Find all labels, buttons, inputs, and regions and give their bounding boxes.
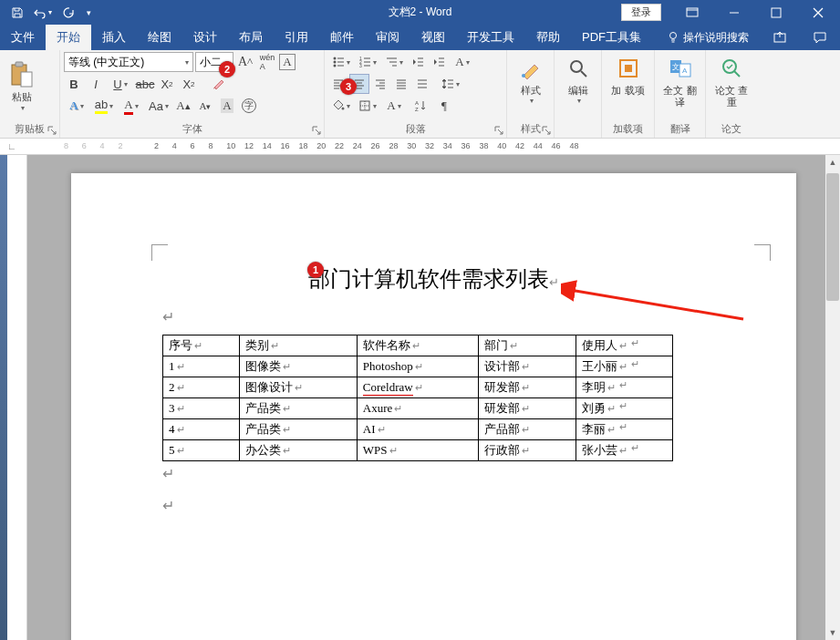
share-icon[interactable] xyxy=(760,25,800,50)
strikethrough-button[interactable]: abc xyxy=(135,74,155,94)
text-effects-icon[interactable]: A▾ xyxy=(64,96,89,116)
table-cell[interactable]: 设计部↵ xyxy=(479,356,576,377)
document-page[interactable]: 部门计算机软件需求列表↵ ↵ 序号↵类别↵软件名称↵部门↵使用人↵↵1↵图像类↵… xyxy=(71,173,796,640)
tab-developer[interactable]: 开发工具 xyxy=(456,25,525,50)
table-cell[interactable]: 行政部↵ xyxy=(479,440,576,461)
numbering-icon[interactable]: 123▾ xyxy=(355,52,380,72)
ribbon-display-icon[interactable] xyxy=(672,1,712,25)
tell-me-search[interactable]: 操作说明搜索 xyxy=(656,25,760,50)
table-header-cell[interactable]: 软件名称↵ xyxy=(357,335,478,356)
tab-pdf-tools[interactable]: PDF工具集 xyxy=(571,25,652,50)
dialog-launcher-icon[interactable] xyxy=(47,125,57,136)
tab-help[interactable]: 帮助 xyxy=(525,25,571,50)
table-cell[interactable]: Axure↵ xyxy=(357,398,478,419)
table-header-cell[interactable]: 部门↵ xyxy=(479,335,576,356)
subscript-button[interactable]: X2 xyxy=(157,74,177,94)
table-cell[interactable]: 图像设计↵ xyxy=(240,377,357,398)
increase-font-icon[interactable]: A^ xyxy=(235,52,255,72)
tab-design[interactable]: 设计 xyxy=(182,25,228,50)
horizontal-ruler[interactable]: ∟ 86422468101214161820222426283032343638… xyxy=(0,139,840,155)
translate-button[interactable]: 文A 全文 翻译 xyxy=(659,52,701,110)
minimize-icon[interactable] xyxy=(714,1,754,25)
editing-button[interactable]: 编辑▾ xyxy=(558,52,597,107)
requirements-table[interactable]: 序号↵类别↵软件名称↵部门↵使用人↵↵1↵图像类↵Photoshop↵设计部↵王… xyxy=(162,335,673,461)
show-marks-icon[interactable]: ¶ xyxy=(434,96,454,116)
redo-icon[interactable] xyxy=(57,2,80,24)
scroll-down-icon[interactable]: ▼ xyxy=(825,625,840,640)
table-cell[interactable]: 5↵ xyxy=(163,440,240,461)
table-header-cell[interactable]: 类别↵ xyxy=(240,335,357,356)
table-cell[interactable]: 刘勇↵↵ xyxy=(576,398,672,419)
table-header-cell[interactable]: 序号↵ xyxy=(163,335,240,356)
bold-button[interactable]: B xyxy=(64,74,84,94)
styles-button[interactable]: 样式▾ xyxy=(511,52,550,107)
table-cell[interactable]: 李丽↵↵ xyxy=(576,419,672,440)
increase-indent-icon[interactable] xyxy=(429,52,449,72)
line-spacing-icon[interactable]: ▾ xyxy=(438,74,463,94)
enclose-characters-icon[interactable]: 字 xyxy=(239,96,259,116)
font-name-combo[interactable]: 等线 (中文正文)▾ xyxy=(64,52,193,72)
table-cell[interactable]: Photoshop↵ xyxy=(357,356,478,377)
table-cell[interactable]: 3↵ xyxy=(163,398,240,419)
tab-mailings[interactable]: 邮件 xyxy=(319,25,365,50)
table-cell[interactable]: 图像类↵ xyxy=(240,356,357,377)
tab-view[interactable]: 视图 xyxy=(410,25,456,50)
comments-icon[interactable] xyxy=(800,25,840,50)
table-cell[interactable]: WPS↵ xyxy=(357,440,478,461)
close-icon[interactable] xyxy=(798,1,838,25)
vertical-ruler[interactable] xyxy=(7,155,27,640)
save-icon[interactable] xyxy=(5,2,29,24)
table-cell[interactable]: 研发部↵ xyxy=(479,377,576,398)
dialog-launcher-icon[interactable] xyxy=(311,125,322,136)
superscript-button[interactable]: X2 xyxy=(179,74,199,94)
tab-home[interactable]: 开始 xyxy=(46,25,91,50)
align-right-icon[interactable] xyxy=(370,74,390,94)
shrink-font-icon[interactable]: A▾ xyxy=(195,96,215,116)
table-cell[interactable]: 办公类↵ xyxy=(240,440,357,461)
phonetic-guide-icon[interactable]: wénA xyxy=(257,52,277,72)
italic-button[interactable]: I xyxy=(86,74,106,94)
dialog-launcher-icon[interactable] xyxy=(493,125,504,136)
font-color-icon[interactable]: A▾ xyxy=(119,96,144,116)
table-cell[interactable]: 李明↵↵ xyxy=(576,377,672,398)
scroll-thumb[interactable] xyxy=(826,173,839,301)
thumbnail-strip[interactable] xyxy=(0,155,7,640)
decrease-indent-icon[interactable] xyxy=(408,52,428,72)
vertical-scrollbar[interactable]: ▲ ▼ xyxy=(825,155,840,640)
login-button[interactable]: 登录 xyxy=(621,4,661,21)
highlight-icon[interactable]: ab▾ xyxy=(91,96,117,116)
character-shading-icon[interactable]: A xyxy=(217,96,237,116)
tab-layout[interactable]: 布局 xyxy=(228,25,274,50)
justify-icon[interactable] xyxy=(391,74,411,94)
table-cell[interactable]: 产品类↵ xyxy=(240,398,357,419)
character-border-icon[interactable]: A xyxy=(279,54,296,70)
table-cell[interactable]: 王小丽↵↵ xyxy=(576,356,672,377)
maximize-icon[interactable] xyxy=(756,1,796,25)
tab-draw[interactable]: 绘图 xyxy=(137,25,182,50)
change-case-icon[interactable]: Aa▾ xyxy=(146,96,171,116)
grow-font-icon[interactable]: A▴ xyxy=(173,96,193,116)
table-cell[interactable]: 研发部↵ xyxy=(479,398,576,419)
table-cell[interactable]: 2↵ xyxy=(163,377,240,398)
paste-button[interactable]: 粘贴 ▾ xyxy=(4,52,40,120)
undo-icon[interactable]: ▾ xyxy=(31,2,55,24)
dialog-launcher-icon[interactable] xyxy=(541,125,552,136)
tab-file[interactable]: 文件 xyxy=(0,25,46,50)
table-cell[interactable]: 产品部↵ xyxy=(479,419,576,440)
multilevel-list-icon[interactable]: ▾ xyxy=(381,52,407,72)
table-cell[interactable]: 产品类↵ xyxy=(240,419,357,440)
asian-text-icon[interactable]: A▾ xyxy=(381,96,407,116)
shading-icon[interactable]: ▾ xyxy=(328,96,354,116)
table-cell[interactable]: 1↵ xyxy=(163,356,240,377)
tab-references[interactable]: 引用 xyxy=(274,25,319,50)
table-cell[interactable]: Coreldraw↵ xyxy=(357,377,478,398)
table-cell[interactable]: AI↵ xyxy=(357,419,478,440)
check-button[interactable]: 论文 查重 xyxy=(710,52,753,110)
page-scroll-area[interactable]: 部门计算机软件需求列表↵ ↵ 序号↵类别↵软件名称↵部门↵使用人↵↵1↵图像类↵… xyxy=(27,155,840,640)
borders-icon[interactable]: ▾ xyxy=(355,96,380,116)
table-cell[interactable]: 张小芸↵↵ xyxy=(576,440,672,461)
underline-button[interactable]: U▾ xyxy=(108,74,133,94)
qat-customize-icon[interactable]: ▾ xyxy=(82,2,95,24)
document-title[interactable]: 部门计算机软件需求列表↵ xyxy=(162,264,705,294)
tab-review[interactable]: 审阅 xyxy=(365,25,410,50)
